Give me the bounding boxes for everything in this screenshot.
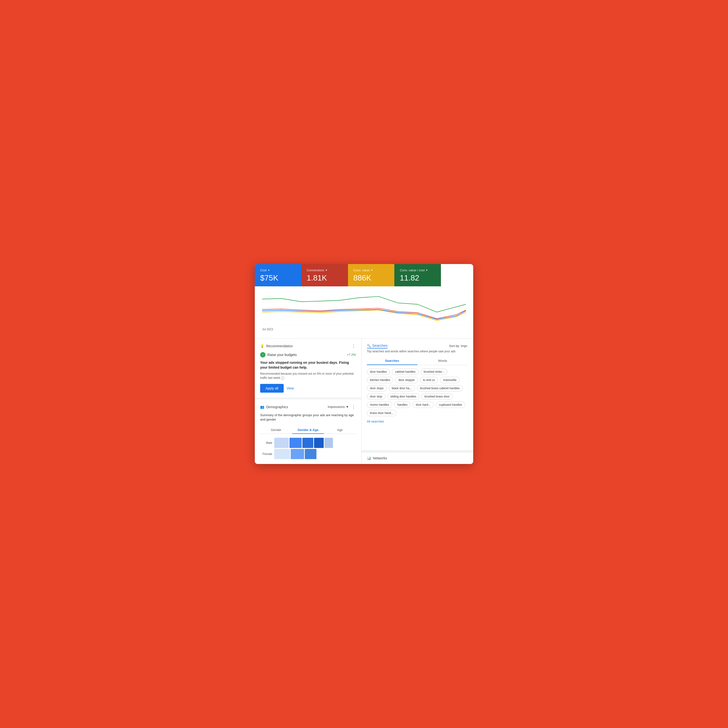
metric-conversions-value: 1.81K [307,274,343,283]
metric-conv-value-cost-label[interactable]: Conv. value / cost ▼ [400,268,436,272]
metric-conversions[interactable]: Conversions ▼ 1.81K [301,264,348,286]
tab-age[interactable]: Age [324,426,356,434]
searches-header: Searches Sort by: Impr. [367,343,468,349]
treemap-male-label: Male [260,441,272,445]
treemap-block [305,449,317,459]
tag-lo-and-co[interactable]: lo and co [420,377,438,383]
chart-icon [367,456,371,460]
searches-card: Searches Sort by: Impr. Top searches and… [362,338,473,452]
treemap-block [291,449,304,459]
metric-cost-value: $75K [260,274,296,283]
tag-brass-door[interactable]: brass door hand... [367,410,397,416]
tag-sliding-door[interactable]: sliding door handles [387,393,419,400]
cost-dropdown-arrow[interactable]: ▼ [268,269,270,272]
recommendation-card: Recommendation ⋮ ↑ Raise your budgets +7… [255,338,361,399]
tab-gender[interactable]: Gender [260,426,292,434]
metric-conversions-label[interactable]: Conversions ▼ [307,268,343,272]
search-tags: door handles cabinet handles brushed nic… [367,369,468,416]
tag-cabinet-handles[interactable]: cabinet handles [392,369,419,375]
recommendation-header: Recommendation ⋮ [260,343,356,349]
sort-label[interactable]: Sort by: Impr. [449,344,468,348]
bottom-panels: Recommendation ⋮ ↑ Raise your budgets +7… [255,338,473,464]
conv-value-dropdown-arrow[interactable]: ▼ [370,269,373,272]
tag-door-stops[interactable]: door stops [367,385,387,392]
tab-searches[interactable]: Searches [367,357,418,365]
treemap-block [324,438,333,448]
treemap-row-male: Male [260,438,356,448]
metric-conv-value-cost-value: 11.82 [400,274,436,283]
all-searches-link[interactable]: All searches [367,419,384,423]
conv-value-cost-dropdown-arrow[interactable]: ▼ [426,269,428,272]
searches-title: Searches [367,343,387,349]
tag-black-door[interactable]: black door ha... [389,385,415,392]
metric-conv-value-value: 886K [353,274,389,283]
treemap-block [302,438,313,448]
tag-cupboard-handles[interactable]: cupboard handles [436,402,465,408]
metrics-bar: Cost ▼ $75K Conversions ▼ 1.81K Conv. va… [255,264,473,286]
treemap-block [289,438,301,448]
tag-manovella[interactable]: manovella [440,377,460,383]
metric-cost[interactable]: Cost ▼ $75K [255,264,301,286]
right-panel: Searches Sort by: Impr. Top searches and… [362,338,473,464]
tag-brushed-brass-cabinet[interactable]: brushed brass cabinet handles [417,385,463,392]
rec-trend-icon: ↑ [260,352,266,358]
tag-door-stopper[interactable]: door stopper [395,377,418,383]
treemap-row-female: Female [260,449,356,459]
impressions-dropdown-arrow: ▼ [346,405,349,408]
chart-x-label: Jul 2023 [262,327,466,331]
demographics-title: Demographics [260,405,288,409]
networks-title: Networks [367,456,468,460]
demographics-controls: Impressions ▼ ⋮ [328,404,356,410]
rec-badge: +7.2% [347,353,356,356]
metric-cost-label[interactable]: Cost ▼ [260,268,296,272]
demographics-menu[interactable]: ⋮ [352,404,356,410]
people-icon [260,405,264,409]
conversions-dropdown-arrow[interactable]: ▼ [325,269,327,272]
lightbulb-icon [260,344,264,348]
metric-empty [441,264,473,286]
treemap-female-label: Female [260,452,272,456]
metric-conv-value-label[interactable]: Conv. value ▼ [353,268,389,272]
dashboard: Cost ▼ $75K Conversions ▼ 1.81K Conv. va… [255,264,473,464]
rec-item-title: Raise your budgets [268,353,297,357]
tab-gender-age[interactable]: Gender & Age [292,426,324,434]
info-icon[interactable]: i [281,376,284,380]
tab-words[interactable]: Words [418,357,468,365]
tag-door-handles[interactable]: door handles [367,369,390,375]
search-icon [367,343,371,347]
treemap-female-blocks [274,449,356,459]
left-panel: Recommendation ⋮ ↑ Raise your budgets +7… [255,338,362,464]
demographics-description: Summary of the demographic groups your a… [260,413,356,422]
recommendation-menu[interactable]: ⋮ [352,343,356,349]
rec-sub: Recommended because you missed out on 5%… [260,372,356,380]
tag-momo-handles[interactable]: momo handles [367,402,392,408]
searches-tabs: Searches Words [367,357,468,365]
networks-card: Networks [362,452,473,464]
recommendation-title: Recommendation [260,344,293,348]
treemap-male-blocks [274,438,356,448]
view-button[interactable]: View [287,386,294,390]
treemap-block [314,438,324,448]
tag-brushed-nickel[interactable]: brushed nicke... [421,369,448,375]
tag-door-stop[interactable]: door stop [367,393,385,400]
metric-conv-value[interactable]: Conv. value ▼ 886K [348,264,395,286]
demographics-tabs: Gender Gender & Age Age [260,426,356,434]
rec-item-left: ↑ Raise your budgets [260,352,297,358]
rec-description: Your ads stopped running on your busiest… [260,360,356,370]
tag-brushed-brass-door[interactable]: brushed brass door [421,393,453,400]
tag-kitchen-handles[interactable]: kitchen handles [367,377,393,383]
metric-conv-value-cost[interactable]: Conv. value / cost ▼ 11.82 [394,264,441,286]
chart-section: Jul 2023 [255,286,473,338]
searches-description: Top searches and words within searches w… [367,349,468,353]
demographics-card: Demographics Impressions ▼ ⋮ Summary of … [255,399,361,464]
demographics-header: Demographics Impressions ▼ ⋮ [260,404,356,410]
impressions-dropdown[interactable]: Impressions ▼ [328,405,349,408]
treemap: Male Female [260,438,356,459]
apply-all-button[interactable]: Apply all [260,384,284,393]
treemap-block [274,438,289,448]
performance-chart [262,291,466,325]
tag-handles[interactable]: handles [394,402,411,408]
tag-door-hard[interactable]: door hard... [413,402,434,408]
treemap-block [274,449,290,459]
recommendation-item: ↑ Raise your budgets +7.2% [260,352,356,358]
